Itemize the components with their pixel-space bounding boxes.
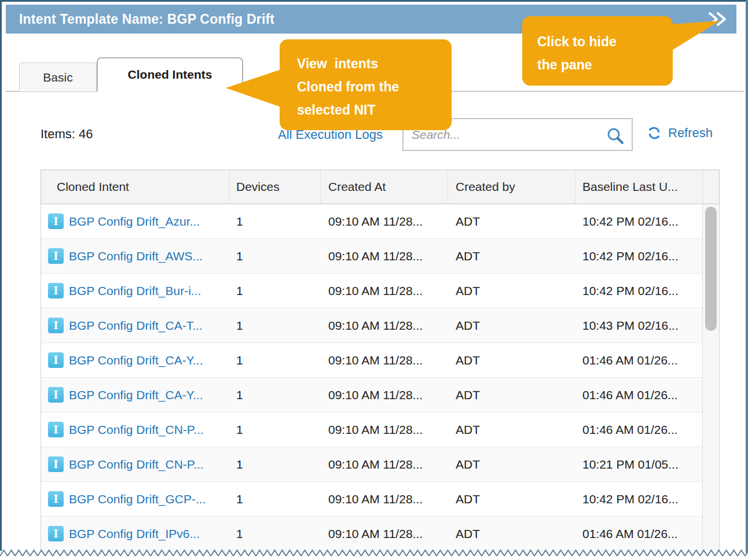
baseline-cell: 10:42 PM 02/16... xyxy=(575,215,703,229)
table-row: I BGP Config Drift_Azur... 1 09:10 AM 11… xyxy=(41,204,719,239)
intent-icon: I xyxy=(48,387,64,403)
cloned-intent-cell: I BGP Config Drift_AWS... xyxy=(41,248,229,264)
intent-icon: I xyxy=(48,318,64,333)
cloned-intent-link[interactable]: BGP Config Drift_AWS... xyxy=(69,249,203,263)
refresh-icon xyxy=(646,125,662,141)
pane-border-left xyxy=(0,0,2,551)
devices-cell: 1 xyxy=(229,319,320,333)
baseline-cell: 01:46 AM 01/26... xyxy=(575,423,703,437)
cloned-intent-cell: I BGP Config Drift_GCP-... xyxy=(41,491,229,507)
created-by-cell: ADT xyxy=(448,353,575,367)
search-icon[interactable] xyxy=(606,127,625,145)
tab-cloned-intents-label: Cloned Intents xyxy=(128,68,212,82)
baseline-cell: 01:46 AM 01/26... xyxy=(575,388,703,402)
cloned-intent-cell: I BGP Config Drift_CA-T... xyxy=(41,318,229,333)
col-header-cloned-intent[interactable]: Cloned Intent xyxy=(41,170,229,204)
devices-cell: 1 xyxy=(229,284,320,298)
intent-icon: I xyxy=(48,456,64,472)
table-row: I BGP Config Drift_GCP-... 1 09:10 AM 11… xyxy=(41,482,719,517)
cloned-intent-link[interactable]: BGP Config Drift_GCP-... xyxy=(69,492,206,506)
cloned-intent-link[interactable]: BGP Config Drift_Azur... xyxy=(69,215,200,229)
cloned-intent-link[interactable]: BGP Config Drift_CA-Y... xyxy=(69,353,203,367)
intent-icon: I xyxy=(48,248,64,264)
created-at-cell: 09:10 AM 11/28... xyxy=(320,458,448,471)
hide-pane-callout-tail xyxy=(669,16,722,53)
created-by-cell: ADT xyxy=(448,423,575,437)
refresh-label: Refresh xyxy=(668,126,713,141)
cloned-intent-link[interactable]: BGP Config Drift_CN-P... xyxy=(69,423,204,437)
table-body: I BGP Config Drift_Azur... 1 09:10 AM 11… xyxy=(41,204,720,551)
torn-edge-zigzag xyxy=(0,548,748,560)
col-header-created-at[interactable]: Created At xyxy=(320,170,448,204)
tab-basic[interactable]: Basic xyxy=(19,62,97,91)
created-by-cell: ADT xyxy=(448,249,575,263)
table-row: I BGP Config Drift_CN-P... 1 09:10 AM 11… xyxy=(41,447,719,482)
table-row: I BGP Config Drift_CA-T... 1 09:10 AM 11… xyxy=(41,308,719,343)
created-at-cell: 09:10 AM 11/28... xyxy=(320,249,448,263)
cloned-intent-link[interactable]: BGP Config Drift_IPv6... xyxy=(69,527,200,541)
intent-icon: I xyxy=(48,526,64,541)
baseline-cell: 10:42 PM 02/16... xyxy=(575,492,703,506)
baseline-cell: 10:42 PM 02/16... xyxy=(575,284,703,298)
callout-text: Click to hide xyxy=(537,30,673,53)
col-header-devices[interactable]: Devices xyxy=(229,170,320,204)
col-header-created-by[interactable]: Created by xyxy=(448,170,575,204)
created-at-cell: 09:10 AM 11/28... xyxy=(320,215,448,229)
col-header-scroll-spacer xyxy=(703,170,719,204)
cloned-intent-link[interactable]: BGP Config Drift_CA-T... xyxy=(69,319,203,333)
baseline-cell: 01:46 AM 01/26... xyxy=(575,353,703,367)
baseline-cell: 10:43 PM 02/16... xyxy=(575,319,703,333)
pane-border-right xyxy=(746,0,748,553)
table-row: I BGP Config Drift_IPv6... 1 09:10 AM 11… xyxy=(41,517,719,551)
callout-text: Cloned from the xyxy=(297,75,452,98)
tab-basic-label: Basic xyxy=(43,71,72,84)
table-row: I BGP Config Drift_CA-Y... 1 09:10 AM 11… xyxy=(41,343,719,378)
table-header-row: Cloned Intent Devices Created At Created… xyxy=(41,170,720,204)
view-intents-callout: View intents Cloned from the selected NI… xyxy=(280,39,452,130)
devices-cell: 1 xyxy=(229,388,320,402)
cloned-intent-cell: I BGP Config Drift_CA-Y... xyxy=(41,352,229,368)
table-row: I BGP Config Drift_CA-Y... 1 09:10 AM 11… xyxy=(41,378,719,412)
cloned-intent-link[interactable]: BGP Config Drift_Bur-i... xyxy=(69,284,201,298)
pane-title: Intent Template Name: BGP Config Drift xyxy=(19,12,274,27)
intent-icon: I xyxy=(48,213,64,229)
created-at-cell: 09:10 AM 11/28... xyxy=(320,284,448,298)
items-count: Items: 46 xyxy=(41,127,93,142)
created-at-cell: 09:10 AM 11/28... xyxy=(320,319,448,333)
callout-text: selected NIT xyxy=(297,98,452,121)
devices-cell: 1 xyxy=(229,527,320,541)
table-scrollbar[interactable] xyxy=(702,204,719,551)
callout-text: the pane xyxy=(537,53,673,76)
cloned-intent-cell: I BGP Config Drift_CN-P... xyxy=(41,456,229,472)
refresh-button[interactable]: Refresh xyxy=(646,125,713,141)
col-header-baseline-last-updated[interactable]: Baseline Last U... xyxy=(575,170,703,204)
cloned-intent-cell: I BGP Config Drift_Azur... xyxy=(41,213,229,229)
cloned-intent-link[interactable]: BGP Config Drift_CN-P... xyxy=(69,458,204,471)
devices-cell: 1 xyxy=(229,249,320,263)
devices-cell: 1 xyxy=(229,215,320,229)
view-intents-callout-tail xyxy=(223,65,281,110)
table-row: I BGP Config Drift_CN-P... 1 09:10 AM 11… xyxy=(41,412,719,447)
cloned-intent-cell: I BGP Config Drift_IPv6... xyxy=(41,526,229,541)
cloned-intent-link[interactable]: BGP Config Drift_CA-Y... xyxy=(69,388,203,402)
devices-cell: 1 xyxy=(229,492,320,506)
created-by-cell: ADT xyxy=(448,215,575,229)
pane-border-top xyxy=(0,0,748,2)
intent-template-pane: Intent Template Name: BGP Config Drift B… xyxy=(0,0,748,560)
created-by-cell: ADT xyxy=(448,492,575,506)
intent-icon: I xyxy=(48,422,64,437)
created-at-cell: 09:10 AM 11/28... xyxy=(320,492,448,506)
cloned-intent-cell: I BGP Config Drift_Bur-i... xyxy=(41,283,229,299)
table-row: I BGP Config Drift_Bur-i... 1 09:10 AM 1… xyxy=(41,274,719,308)
created-at-cell: 09:10 AM 11/28... xyxy=(320,423,448,437)
created-at-cell: 09:10 AM 11/28... xyxy=(320,353,448,367)
created-by-cell: ADT xyxy=(448,319,575,333)
devices-cell: 1 xyxy=(229,423,320,437)
scrollbar-thumb[interactable] xyxy=(705,207,717,331)
cloned-intent-cell: I BGP Config Drift_CN-P... xyxy=(41,422,229,437)
devices-cell: 1 xyxy=(229,458,320,471)
tab-cloned-intents[interactable]: Cloned Intents xyxy=(97,57,243,92)
intent-icon: I xyxy=(48,352,64,368)
created-by-cell: ADT xyxy=(448,458,575,471)
created-by-cell: ADT xyxy=(448,388,575,402)
